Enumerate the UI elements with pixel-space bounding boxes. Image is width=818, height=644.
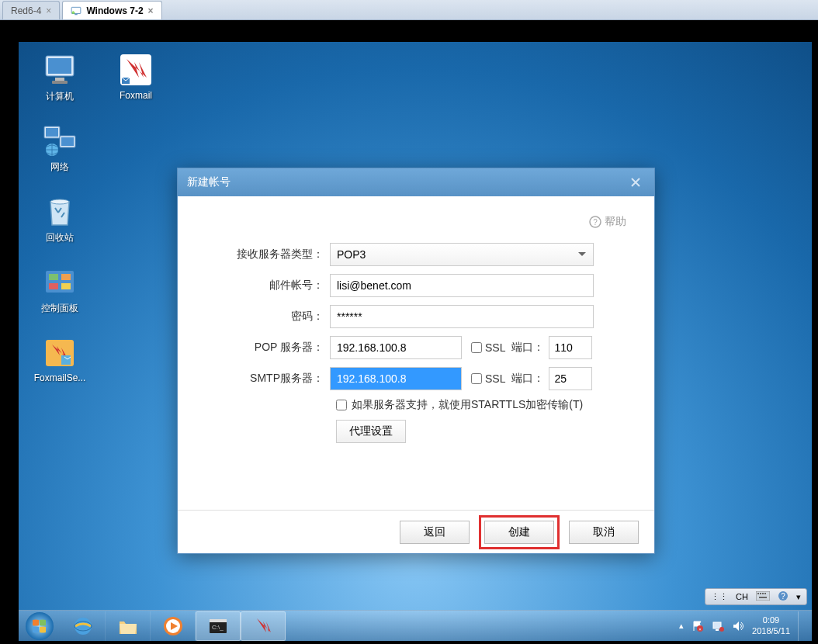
dialog-titlebar[interactable]: 新建帐号 [178,168,654,196]
cancel-button[interactable]: 取消 [569,521,639,544]
pop-server-input[interactable] [330,336,462,359]
langbar-lang[interactable]: CH [733,592,750,601]
svg-rect-4 [48,58,71,74]
vm-tab-red64[interactable]: Red6-4 × [2,1,60,19]
tray-date: 2018/5/11 [752,626,790,636]
taskbar-cmd[interactable]: C:\_ [196,611,241,641]
langbar-grip-icon[interactable]: ⋮⋮ [709,592,730,602]
email-label: 邮件帐号： [206,279,330,293]
pop-port-label: 端口： [511,341,544,355]
svg-rect-6 [52,81,68,84]
help-link[interactable]: ? 帮助 [589,215,626,229]
volume-icon[interactable] [732,620,744,632]
desktop-icon-computer[interactable]: 计算机 [28,51,92,103]
svg-rect-42 [716,629,719,631]
taskbar-explorer[interactable] [106,611,151,641]
tray-arrow-icon[interactable]: ▴ [679,621,684,631]
desktop-icon-foxmailserver[interactable]: FoxmailSe... [28,334,92,383]
keyboard-icon[interactable] [754,591,772,602]
foxmail-icon [117,51,154,88]
network-tray-icon[interactable] [712,620,724,632]
svg-rect-16 [49,283,58,289]
language-bar[interactable]: ⋮⋮ CH ? ▾ [705,588,807,605]
dialog-title-text: 新建帐号 [187,175,230,189]
desktop[interactable]: 计算机 网络 回收站 控制面板 FoxmailSe... Foxmail [19,42,812,641]
smtp-port-label: 端口： [511,372,544,386]
desktop-icons-col1: 计算机 网络 回收站 控制面板 FoxmailSe... [28,51,92,383]
new-account-dialog: 新建帐号 ? 帮助 接收服务器类型： POP3 [177,168,655,554]
computer-icon [41,51,78,88]
svg-rect-1 [75,14,78,15]
desktop-icon-label: Foxmail [120,90,152,101]
svg-rect-27 [764,593,766,594]
password-input[interactable] [330,305,594,328]
vm-tab-label: Windows 7-2 [86,5,143,16]
smtp-server-input[interactable] [330,367,462,390]
email-input[interactable] [330,274,594,297]
svg-rect-41 [713,622,721,628]
network-icon [41,122,78,159]
vm-tab-label: Red6-4 [11,5,41,16]
svg-rect-37 [210,619,227,622]
ie-icon [72,615,94,637]
svg-text:?: ? [781,592,785,601]
close-icon[interactable]: × [148,5,154,16]
desktop-wrapper: 计算机 网络 回收站 控制面板 FoxmailSe... Foxmail [0,20,818,644]
taskbar: C:\_ ▴ × 0:09 2018/5/11 [19,610,812,641]
desktop-icon-label: 网络 [50,161,69,174]
close-icon[interactable] [626,173,645,192]
desktop-icon-label: 计算机 [46,90,74,103]
pop-ssl-checkbox[interactable]: SSL [471,341,505,354]
vm-tab-windows7[interactable]: Windows 7-2 × [62,1,161,19]
tray-clock[interactable]: 0:09 2018/5/11 [752,615,790,635]
svg-rect-23 [756,591,770,601]
pop-port-input[interactable] [549,336,592,359]
taskbar-foxmail[interactable] [241,611,286,641]
recv-type-select[interactable]: POP3 [330,243,594,266]
windows-logo-icon [25,611,54,641]
svg-text:C:\_: C:\_ [212,624,224,631]
folder-icon [117,615,139,637]
show-desktop-button[interactable] [798,611,804,641]
svg-rect-25 [760,593,761,594]
desktop-icon-foxmail[interactable]: Foxmail [104,51,168,101]
proxy-settings-button[interactable]: 代理设置 [336,420,406,443]
taskbar-mediaplayer[interactable] [151,611,196,641]
svg-rect-8 [46,128,58,137]
system-tray: ▴ × 0:09 2018/5/11 [679,611,812,641]
desktop-icon-controlpanel[interactable]: 控制面板 [28,263,92,315]
desktop-icon-network[interactable]: 网络 [28,122,92,174]
recyclebin-icon [41,192,78,230]
start-button[interactable] [19,611,61,642]
svg-point-12 [50,199,69,204]
svg-text:?: ? [593,218,598,227]
create-button[interactable]: 创建 [484,521,554,544]
svg-rect-26 [762,593,764,594]
starttls-checkbox[interactable] [336,400,347,410]
dialog-body: ? 帮助 接收服务器类型： POP3 邮件帐号： [178,196,654,455]
cmd-icon: C:\_ [207,615,229,637]
flag-icon[interactable]: × [691,620,704,632]
svg-text:×: × [698,627,702,632]
smtp-ssl-check[interactable] [471,373,482,384]
back-button[interactable]: 返回 [400,521,470,544]
svg-point-43 [719,627,724,632]
desktop-icon-label: 控制面板 [41,302,78,315]
langbar-help-icon[interactable]: ? [775,590,791,603]
taskbar-ie[interactable] [61,611,106,641]
pop-label: POP 服务器： [206,341,330,355]
svg-rect-10 [61,137,74,146]
close-icon[interactable]: × [46,5,51,16]
svg-rect-24 [757,593,759,594]
smtp-ssl-checkbox[interactable]: SSL [471,372,505,385]
svg-rect-14 [49,274,58,280]
langbar-options-icon[interactable]: ▾ [794,592,803,602]
vm-tab-bar: Red6-4 × Windows 7-2 × [0,0,818,20]
controlpanel-icon [41,263,78,300]
tray-time: 0:09 [752,615,790,625]
pop-ssl-check[interactable] [471,342,482,353]
foxmail-icon [252,615,274,637]
desktop-icon-recyclebin[interactable]: 回收站 [28,192,92,244]
smtp-port-input[interactable] [549,367,592,390]
svg-rect-17 [61,283,71,289]
